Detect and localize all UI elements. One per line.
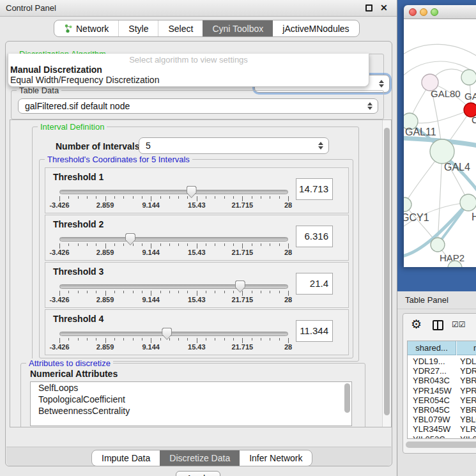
network-node-label: GAL80 <box>431 88 461 99</box>
table-row[interactable]: YBL079WYBL0... <box>408 415 476 424</box>
threshold-value-field[interactable]: 21.4 <box>296 273 333 295</box>
tick-label: 2.859 <box>96 343 114 351</box>
gear-icon[interactable]: ⚙ <box>411 318 422 332</box>
slider-track[interactable] <box>59 332 288 336</box>
slider-ticks <box>59 196 288 201</box>
table-row[interactable]: YDR27...YDR2... <box>408 366 476 376</box>
apply-button[interactable]: Apply <box>176 471 220 476</box>
cell-shared-name: YBR045C <box>413 405 450 415</box>
mac-minimize-button[interactable] <box>420 8 427 16</box>
tick-label: 15.43 <box>188 343 206 351</box>
panel-scrollbar[interactable] <box>382 120 391 427</box>
slider-thumb[interactable] <box>162 328 172 340</box>
slider-thumb[interactable] <box>125 233 135 245</box>
slider-track[interactable] <box>59 237 288 242</box>
threshold-slider[interactable]: -3.4262.8599.14415.4321.71528 <box>59 186 288 210</box>
slider-thumb[interactable] <box>235 280 245 293</box>
tab-select[interactable]: Select <box>158 20 203 36</box>
column-header-name[interactable]: na... <box>457 341 476 355</box>
tab-discretize-data[interactable]: Discretize Data <box>160 450 240 466</box>
table-row[interactable]: YBR043CYBR0... <box>408 376 476 385</box>
table-row[interactable]: YIL052CYIL0... <box>408 434 476 439</box>
network-node-label: GAL11 <box>405 127 436 137</box>
network-node-gal4[interactable] <box>430 139 454 164</box>
slider-track[interactable] <box>59 190 288 194</box>
tick-label: 21.715 <box>232 249 254 256</box>
tab-label: jActiveMNodules <box>282 24 349 34</box>
cyni-content-panel: Discretization Algorithm Table Data galF… <box>5 41 392 466</box>
tab-infer-network[interactable]: Infer Network <box>240 450 312 466</box>
cell-shared-name: YER054C <box>413 395 450 405</box>
tab-jactivemnodules[interactable]: jActiveMNodules <box>273 20 358 36</box>
threshold-slider[interactable]: -3.4262.8599.14415.4321.71528 <box>59 233 288 257</box>
tick-label: 2.859 <box>96 249 114 256</box>
list-item[interactable]: BetweennessCentrality <box>31 405 351 417</box>
tab-label: Network <box>76 24 109 34</box>
tab-label: Style <box>128 24 148 34</box>
threshold-slider[interactable]: -3.4262.8599.14415.4321.71528 <box>59 328 288 352</box>
tab-label: Cyni Toolbox <box>212 24 263 34</box>
network-node-hap2[interactable] <box>431 238 445 252</box>
cell-shared-name: YPR145W <box>413 386 452 395</box>
columns-icon[interactable] <box>433 320 443 330</box>
threshold-label: Threshold 1 <box>53 172 104 182</box>
dropdown-option-equal-width-frequency[interactable]: Equal Width/Frequency Discretization <box>10 75 368 85</box>
select-checkbox-icons[interactable]: ☑☑ <box>452 320 466 329</box>
group-title: Interval Definition <box>38 122 107 132</box>
panel-title: Control Panel <box>6 3 56 13</box>
group-title: Table Data <box>17 86 61 95</box>
network-window-titlebar[interactable] <box>404 5 476 19</box>
network-canvas[interactable]: GAL80GACGAL11GAL4GCY1HHAP2 <box>404 19 476 267</box>
settings-panel: Interval Definition Number of Intervals … <box>10 119 392 427</box>
group-title: Threshold's Coordinates for 5 Intervals <box>45 155 192 164</box>
tab-impute-data[interactable]: Impute Data <box>92 450 160 466</box>
network-node-label: C <box>472 114 476 125</box>
slider-track[interactable] <box>59 284 288 289</box>
cell-name: YDR2... <box>460 366 476 376</box>
slider-scale: -3.4262.8599.14415.4321.71528 <box>59 343 288 351</box>
slider-thumb[interactable] <box>187 186 197 198</box>
numerical-attributes-list[interactable]: SelfLoopsTopologicalCoefficientBetweenne… <box>30 381 352 426</box>
interval-definition-group: Interval Definition Number of Intervals … <box>32 127 359 362</box>
cell-shared-name: YBL079W <box>413 415 450 424</box>
tick-label: 15.43 <box>188 249 206 256</box>
table-data-combobox[interactable]: galFiltered.sif default node <box>18 98 378 114</box>
table-hscrollbar[interactable] <box>406 441 476 448</box>
number-of-intervals-label: Number of Intervals <box>56 141 139 151</box>
threshold-value-field[interactable]: 11.344 <box>296 320 333 342</box>
tab-cyni-toolbox[interactable]: Cyni Toolbox <box>203 20 273 36</box>
tick-label: 2.859 <box>96 296 114 303</box>
table-row[interactable]: YBR045CYBR0... <box>408 405 476 415</box>
table-data-group: Table Data galFiltered.sif default node <box>11 90 384 119</box>
dropdown-option-manual-discretization[interactable]: Manual Discretization <box>10 65 368 75</box>
numerical-attributes-label: Numerical Attributes <box>30 369 118 379</box>
float-window-icon[interactable] <box>365 4 372 12</box>
threshold-value-field[interactable]: 14.713 <box>296 178 333 200</box>
threshold-value-field[interactable]: 6.316 <box>296 226 333 247</box>
threshold-slider[interactable]: -3.4262.8599.14415.4321.71528 <box>59 280 288 305</box>
table-row[interactable]: YDL19...YDL1... <box>408 357 476 366</box>
network-view-window: GAL80GACGAL11GAL4GCY1HHAP2 <box>404 5 476 267</box>
list-item[interactable]: TopologicalCoefficient <box>31 394 351 405</box>
network-node-h[interactable] <box>460 194 476 211</box>
bottom-tab-bar: Impute Data Discretize Data Infer Networ… <box>91 450 312 466</box>
tab-network[interactable]: Network <box>54 20 118 36</box>
list-item[interactable]: SelfLoops <box>31 382 351 394</box>
mac-close-button[interactable] <box>409 8 417 16</box>
table-row[interactable]: YLR345WYLR3... <box>408 424 476 434</box>
tab-style[interactable]: Style <box>118 20 158 36</box>
tick-label: 21.715 <box>232 343 254 351</box>
number-of-intervals-combobox[interactable]: 5 <box>139 137 329 154</box>
column-header-shared[interactable]: shared... <box>408 341 456 355</box>
mac-zoom-button[interactable] <box>431 8 438 16</box>
tick-label: 28 <box>284 343 292 351</box>
close-icon[interactable]: ✕ <box>380 3 388 13</box>
tab-label: Infer Network <box>249 453 302 463</box>
list-scrollbar[interactable] <box>344 383 350 413</box>
tick-label: 15.43 <box>188 296 206 303</box>
network-node-ga[interactable] <box>461 70 476 85</box>
network-node-gcy1[interactable] <box>404 197 411 211</box>
table-row[interactable]: YER054CYER0... <box>408 395 476 405</box>
algorithm-dropdown-popup: Select algorithm to view settings Manual… <box>8 54 369 87</box>
table-row[interactable]: YPR145WYPR1... <box>408 386 476 395</box>
